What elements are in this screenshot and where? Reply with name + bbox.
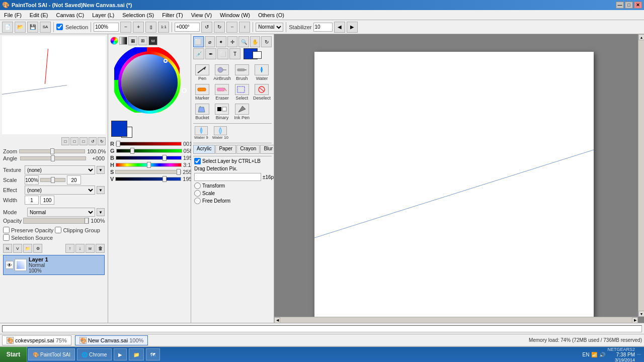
tool-magic-wand[interactable]: ✦ — [216, 36, 226, 47]
layer-merge[interactable]: M — [86, 244, 95, 253]
prev-nav-1[interactable]: □ — [61, 137, 69, 145]
menu-window[interactable]: Window (W) — [216, 11, 254, 19]
menu-canvas[interactable]: Canvas (C) — [52, 11, 89, 19]
layer-move-down[interactable]: ↓ — [75, 244, 85, 253]
tool-text[interactable]: T — [229, 48, 240, 59]
stabilizer-up[interactable]: ▶ — [347, 22, 358, 33]
v-slider[interactable] — [115, 177, 181, 181]
blend-mode-select[interactable]: Normal — [256, 23, 283, 32]
brush-inkpen[interactable]: Ink Pen — [233, 103, 251, 121]
menu-others[interactable]: Others (O) — [254, 11, 288, 19]
brush-tab-acrylic[interactable]: Acrylic — [193, 145, 215, 154]
mode-select[interactable]: Normal — [27, 208, 95, 217]
b-slider[interactable] — [116, 156, 182, 160]
zoom-slider[interactable] — [19, 149, 85, 153]
taskbar-painttool[interactable]: 🎨 PaintTool SAI — [28, 348, 75, 360]
zoom-fit-btn[interactable]: [] — [145, 22, 156, 33]
layer-delete[interactable]: 🗑 — [96, 244, 105, 253]
transform-radio[interactable] — [194, 183, 201, 189]
scale-slider[interactable] — [40, 178, 65, 182]
canvas-document[interactable] — [314, 52, 594, 323]
stabilizer-input[interactable] — [313, 23, 333, 32]
brush-tab-paper[interactable]: Paper — [215, 145, 236, 154]
foreground-color-box[interactable] — [111, 121, 127, 137]
maximize-button[interactable]: □ — [625, 2, 633, 9]
color-sq-dark[interactable] — [121, 54, 178, 111]
select-layer-cb[interactable] — [194, 158, 201, 164]
rotation-input[interactable] — [175, 23, 200, 32]
tool-eraser[interactable]: ⬜ — [217, 48, 228, 59]
tool-zoom[interactable]: 🔍 — [238, 36, 249, 47]
start-button[interactable]: Start — [0, 347, 27, 362]
menu-selection[interactable]: Selection (S) — [118, 11, 158, 19]
brush-eraser[interactable]: Eraser — [212, 83, 232, 102]
tool-select-rect[interactable]: ⬜ — [193, 36, 204, 47]
tool-eyedropper[interactable]: 💉 — [193, 48, 204, 59]
rotate-ccw-btn[interactable]: ↺ — [201, 22, 212, 33]
scale-radio[interactable] — [194, 190, 201, 197]
effect-select[interactable]: (none) — [25, 186, 95, 195]
g-slider[interactable] — [116, 149, 182, 153]
swatch-grid[interactable]: ⊞ — [138, 36, 147, 45]
brush-binary[interactable]: Binary — [212, 103, 232, 121]
h-scrollbar[interactable]: ◀ ▶ — [274, 317, 638, 323]
zoom-100-btn[interactable]: 1:1 — [158, 22, 169, 33]
texture-arrow[interactable]: ▼ — [97, 166, 105, 174]
brush-tab-crayon[interactable]: Crayon — [236, 145, 260, 154]
tool-move[interactable]: ✛ — [227, 36, 238, 47]
scrollbar-down-btn[interactable]: ▼ — [638, 311, 644, 317]
sub-brush-water9[interactable]: Water 9 — [193, 125, 209, 141]
flip-v-btn[interactable]: ↕ — [239, 22, 250, 33]
rotate-cw-btn[interactable]: ↻ — [214, 22, 225, 33]
swatch-color-circle[interactable] — [110, 37, 118, 45]
taskbar-explorer[interactable]: 📁 — [129, 348, 144, 360]
free-deform-radio[interactable] — [194, 198, 201, 204]
s-slider[interactable] — [115, 170, 181, 174]
selection-checkbox[interactable] — [56, 24, 63, 30]
h-slider[interactable] — [116, 163, 182, 167]
scrollbar-left-btn[interactable]: ◀ — [274, 317, 280, 323]
angle-slider[interactable] — [20, 156, 86, 160]
brush-brush[interactable]: Brush — [233, 63, 251, 82]
layer-new-vector[interactable]: V — [13, 244, 22, 253]
tool-bg-color[interactable] — [253, 51, 262, 59]
opacity-slider[interactable] — [23, 218, 89, 224]
menu-file[interactable]: File (F) — [0, 11, 26, 19]
drag-detection-input[interactable] — [194, 173, 261, 181]
minimize-button[interactable]: — — [616, 2, 624, 9]
layer-settings[interactable]: ⚙ — [33, 244, 42, 253]
effect-arrow[interactable]: ▼ — [97, 186, 105, 194]
brush-pen[interactable]: Pen — [193, 63, 211, 82]
prev-nav-2[interactable]: □ — [70, 137, 78, 145]
texture-select[interactable]: (none) — [25, 165, 95, 174]
tray-network-icon[interactable]: 📶 — [591, 352, 597, 357]
brush-water[interactable]: Water — [252, 63, 272, 82]
mode-arrow[interactable]: ▼ — [97, 208, 105, 216]
color-selector-dot[interactable] — [164, 59, 168, 63]
layer-new-folder[interactable]: 📁 — [23, 244, 32, 253]
zoom-input[interactable] — [94, 23, 119, 32]
r-slider[interactable] — [116, 142, 182, 146]
prev-nav-5[interactable]: ↻ — [98, 137, 106, 145]
toolbar-open[interactable]: 📂 — [15, 22, 26, 33]
close-button[interactable]: ✕ — [634, 2, 642, 9]
menu-edit[interactable]: Edit (E) — [26, 11, 52, 19]
taskbar-chrome[interactable]: 🌐 Chrome — [77, 348, 112, 360]
preserve-opacity-cb[interactable] — [3, 227, 10, 233]
scrollbar-right-btn[interactable]: ▶ — [632, 317, 638, 323]
toolbar-new[interactable]: 📄 — [2, 22, 13, 33]
brush-marker[interactable]: Marker — [193, 83, 211, 102]
zoom-out-btn[interactable]: − — [120, 22, 131, 33]
canvas-area[interactable]: ▲ ▼ ◀ ▶ — [274, 34, 644, 323]
tab-newcanvas[interactable]: 🎨 New Canvas.sai 100% — [75, 335, 148, 345]
sub-brush-water10[interactable]: Water 10 — [211, 125, 229, 141]
width-val1[interactable] — [25, 196, 39, 205]
brush-tab-blur[interactable]: Blur — [260, 145, 274, 154]
taskbar-media[interactable]: ▶ — [114, 348, 127, 360]
v-scrollbar[interactable]: ▲ ▼ — [638, 34, 644, 317]
menu-view[interactable]: View (V) — [187, 11, 216, 19]
scrollbar-up-btn[interactable]: ▲ — [638, 34, 644, 40]
color-sq-hue[interactable] — [121, 54, 178, 111]
show-desktop-btn[interactable] — [637, 354, 641, 355]
zoom-in-btn[interactable]: + — [133, 22, 144, 33]
